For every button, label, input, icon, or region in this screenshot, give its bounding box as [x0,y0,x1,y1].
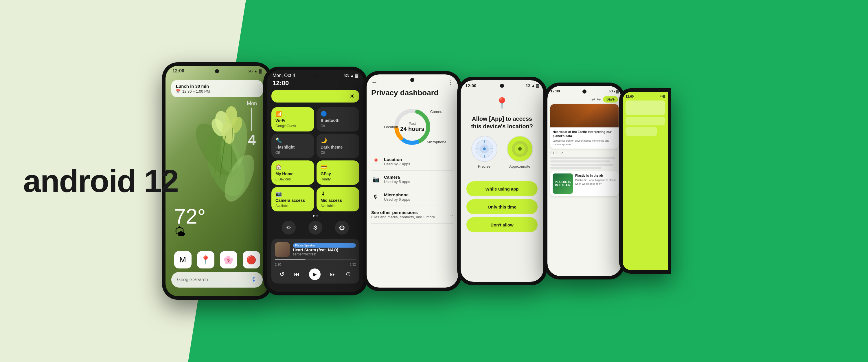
location-permission-icon: 📍 [466,97,537,110]
timer-icon[interactable]: ⏱ [345,271,351,278]
qs-tile-wifi[interactable]: 📶 Wi-Fi GoogleGuest [271,107,314,132]
qs-battery: ▓ [355,73,358,78]
save-button[interactable]: Save [603,96,618,103]
article-body [550,157,619,169]
privacy-item-location[interactable]: 📍 Location Used by 7 apps [371,153,454,171]
mic-item-name: Microphone [384,192,454,197]
next-icon[interactable]: ⏭ [330,271,336,278]
redo-icon[interactable]: ↪ [597,97,601,102]
camera-hole [215,69,219,73]
flashlight-sub: Off [275,150,310,155]
notif-sub: 📅 12:30 – 1:00 PM [176,89,258,93]
p6-content-line2 [625,127,657,136]
chrome-icon[interactable]: 🔴 [243,251,260,269]
music-time-total: 3:32 [350,263,356,266]
qs-date: Mon, Oct 4 [273,73,295,78]
prev-icon[interactable]: ⏮ [294,271,300,278]
perm-time: 12:00 [465,83,476,88]
qs-tile-flashlight[interactable]: 🔦 Flashlight Off [271,134,314,158]
music-controls: ↺ ⏮ ▶ ⏭ ⏱ [275,269,356,280]
donut-location-label: Location [384,125,398,129]
mic-icon: 🎙 [251,277,257,283]
p6-content-bar [625,101,665,115]
donut-past-label: Past [400,122,424,126]
facebook-icon[interactable]: f [550,151,551,155]
undo-icon[interactable]: ↩ [591,97,595,102]
music-player[interactable]: Phone Speaker Heart Storm (feat. NAO) se… [271,239,359,283]
qs-tile-mic[interactable]: 🎙 Mic access Available [316,187,359,212]
perm-wifi: ▲ [531,83,535,88]
weather-temp: 72° [174,204,206,228]
precise-circle [471,136,497,162]
qs-tile-myhome[interactable]: 🏠 My Home 6 Devices [271,161,314,185]
phone-1: 12:00 5G ▲ ▓ Lunch in 30 min 📅 12:30 – 1… [162,62,272,300]
instagram-icon[interactable]: in [556,151,558,155]
notif-cal-icon: 📅 [176,89,181,93]
qs-page-dots [267,215,364,217]
settings-icon[interactable]: ⚙ [308,221,322,234]
camera-tile-icon: 📷 [275,191,310,197]
music-progress-bar[interactable] [275,259,356,260]
play-button[interactable]: ▶ [309,269,320,280]
camera-hole-p4 [500,84,504,88]
qs-tile-gpay[interactable]: 💳 GPay Ready [316,161,359,185]
music-output-badge: Phone Speaker [293,243,356,248]
donut-hours-label: 24 hours [400,126,424,132]
photos-icon[interactable]: 🌸 [220,251,237,269]
donut-camera-label: Camera [430,109,443,114]
article1-text: Latest research on environmental monitor… [553,139,616,146]
perm-content: 📍 Allow [App] to access this device's lo… [461,88,544,181]
replay-icon[interactable]: ↺ [279,271,284,278]
read-header: ↩ ↪ Save [548,93,621,103]
social-icons: f t in ↗ [550,151,619,155]
approx-circle [507,136,533,162]
back-button[interactable]: ← [371,79,378,86]
flashlight-icon: 🔦 [275,137,310,144]
brightness-slider[interactable]: ☀ [271,90,359,103]
other-perms-info: See other permissions Files and media, c… [371,210,446,219]
qs-wifi: ▲ [350,73,354,78]
twitter-icon[interactable]: t [553,151,554,155]
wifi-tile-title: Wi-Fi [275,118,310,123]
camera-item-info: Camera Used by 5 apps [384,175,454,184]
only-this-time-button[interactable]: Only this time [466,199,537,214]
mic-item-icon: 🎙 [371,192,380,201]
p6-time: 12:00 [625,95,633,98]
read-content: Heartbeat of the Earth: Interpreting our… [548,103,621,198]
music-time-current: 2:20 [275,263,281,266]
qs-tile-camera[interactable]: 📷 Camera access Available [271,187,314,212]
share-icon[interactable]: ↗ [560,151,563,155]
privacy-item-other[interactable]: See other permissions Files and media, c… [371,206,454,224]
camera-item-sub: Used by 5 apps [384,179,454,184]
phone-5: 12:00 5G▲▓ ↩ ↪ Save [544,83,625,279]
flashlight-title: Flashlight [275,145,310,149]
qs-tile-bluetooth[interactable]: 🔵 Bluetooth Off [316,107,359,132]
while-using-button[interactable]: While using app [466,181,537,196]
signal-icon-p1: 5G [248,69,253,73]
gmail-icon[interactable]: M [174,251,191,269]
phone-6-partial: 12:00 5G▓ [619,88,671,274]
search-bar[interactable]: Google Search 🎙 [171,272,263,287]
wifi-icon-p1: ▲ [254,69,258,73]
precise-label: Precise [478,164,490,169]
notification-card[interactable]: Lunch in 30 min 📅 12:30 – 1:00 PM [171,80,263,97]
p6-content-line1 [625,117,665,126]
gpay-title: GPay [320,171,355,176]
power-icon[interactable]: ⏻ [335,221,349,234]
precision-approx[interactable]: Approximate [507,136,533,169]
phone-4-screen: 12:00 5G ▲ ▓ 📍 Allow [App] to access thi… [461,80,544,282]
dock-row: M 📍 🌸 🔴 [171,251,263,269]
more-options-button[interactable]: ⋮ [447,79,454,86]
qs-time: 12:00 [267,78,364,87]
edit-icon[interactable]: ✏ [282,221,296,234]
qs-tile-darktheme[interactable]: 🌙 Dark theme Off [316,134,359,158]
privacy-item-camera[interactable]: 📷 Camera Used by 5 apps [371,171,454,188]
privacy-item-microphone[interactable]: 🎙 Microphone Used by 6 apps [371,188,454,206]
location-item-info: Location Used by 7 apps [384,157,454,166]
camera-tile-title: Camera access [275,198,310,203]
read-nav-icons: ↩ ↪ [591,96,601,103]
dont-allow-button[interactable]: Don't allow [466,217,537,232]
maps-icon[interactable]: 📍 [197,251,214,269]
precision-precise[interactable]: Precise [471,136,497,169]
qs-dot-1 [313,215,314,217]
